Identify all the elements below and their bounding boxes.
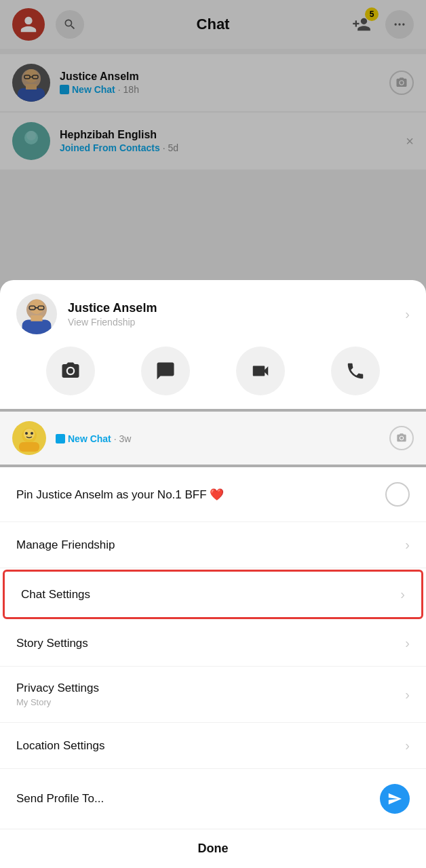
location-settings-right: › [405,738,410,753]
svg-rect-21 [19,442,39,452]
peek-avatar [12,421,46,455]
profile-chevron: › [405,307,410,322]
pin-bff-right [385,482,410,507]
story-settings-item[interactable]: Story Settings › [0,620,426,667]
send-profile-right [380,784,410,814]
camera-action-button[interactable] [46,347,95,395]
privacy-settings-right: › [405,687,410,703]
location-settings-chevron: › [405,738,410,753]
send-profile-label: Send Profile To... [16,792,104,806]
profile-name-block: Justice Anselm View Friendship [68,301,157,328]
profile-avatar [16,294,57,334]
profile-left: Justice Anselm View Friendship [16,294,157,334]
story-settings-right: › [405,635,410,651]
done-bar[interactable]: Done [0,829,426,868]
privacy-settings-label: Privacy Settings My Story [16,682,99,707]
profile-name: Justice Anselm [68,301,157,315]
privacy-settings-chevron: › [405,687,410,703]
chat-action-button[interactable] [141,347,190,395]
peek-camera-icon [389,426,414,450]
chat-settings-chevron: › [400,587,405,602]
chat-settings-item[interactable]: Chat Settings › [3,570,423,619]
peek-new-chat-dot [56,434,65,443]
svg-point-23 [25,432,28,435]
manage-friendship-right: › [405,537,410,553]
pin-bff-label: Pin Justice Anselm as your No.1 BFF ❤️ [16,488,224,502]
svg-point-15 [29,300,43,314]
action-row [16,347,410,409]
phone-action-button[interactable] [331,347,380,395]
peek-chat-sub: New Chat · 3w [56,433,389,444]
profile-card: Justice Anselm View Friendship › [0,280,426,409]
location-settings-item[interactable]: Location Settings › [0,723,426,769]
manage-friendship-item[interactable]: Manage Friendship › [0,522,426,568]
peek-chat-info: New Chat · 3w [56,432,389,444]
profile-sub: View Friendship [68,317,157,328]
video-action-button[interactable] [236,347,285,395]
privacy-settings-item[interactable]: Privacy Settings My Story › [0,667,426,723]
manage-friendship-label: Manage Friendship [16,538,115,552]
chat-settings-label: Chat Settings [21,588,90,601]
svg-rect-16 [31,315,42,321]
profile-row[interactable]: Justice Anselm View Friendship › [16,294,410,347]
location-settings-label: Location Settings [16,739,104,753]
send-profile-button[interactable] [380,784,410,814]
pin-bff-toggle[interactable] [385,482,410,507]
chat-settings-right: › [400,587,405,602]
done-label: Done [198,842,229,855]
manage-friendship-chevron: › [405,537,410,553]
svg-rect-14 [22,320,52,334]
menu-panel: Pin Justice Anselm as your No.1 BFF ❤️ M… [0,467,426,829]
svg-point-24 [31,432,33,435]
peek-chat-row: New Chat · 3w [0,412,426,465]
send-profile-item[interactable]: Send Profile To... [0,769,426,829]
bottom-sheet: Justice Anselm View Friendship › [0,280,426,868]
story-settings-chevron: › [405,635,410,651]
pin-bff-item[interactable]: Pin Justice Anselm as your No.1 BFF ❤️ [0,467,426,522]
story-settings-label: Story Settings [16,637,88,650]
